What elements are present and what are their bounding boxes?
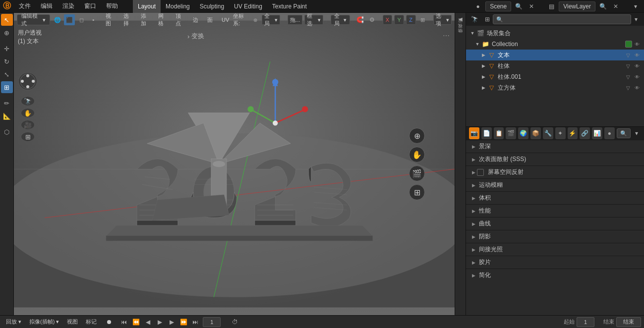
- workspace-sculpting[interactable]: Sculpting: [195, 0, 229, 13]
- object-cube-row[interactable]: ▶ ▽ 立方体 ▽ 👁: [466, 82, 644, 93]
- side-render-label[interactable]: 渲: [456, 25, 465, 29]
- constraint-props-icon[interactable]: 🔗: [580, 127, 590, 139]
- global-dropdown[interactable]: 全局 ▾: [331, 15, 350, 25]
- cube-visibility-icon[interactable]: 👁: [633, 84, 641, 92]
- object-pillar001-row[interactable]: ▶ ▽ 柱体.001 ▽ 👁: [466, 71, 644, 82]
- scene-settings-icon[interactable]: ✕: [526, 1, 537, 12]
- jump-to-end-btn[interactable]: ⏭: [190, 317, 201, 328]
- start-frame-display[interactable]: 1: [577, 317, 594, 327]
- workspace-uv-editing[interactable]: UV Editing: [229, 0, 267, 13]
- snap-settings-icon[interactable]: ⚙: [367, 14, 377, 25]
- section-ssr[interactable]: ▶ 屏幕空间反射: [466, 165, 644, 178]
- bottom-menu-mark[interactable]: 标记: [83, 317, 100, 327]
- menu-file[interactable]: 文件: [14, 0, 36, 13]
- outliner-mode-icon[interactable]: ⊞: [482, 14, 493, 25]
- bottom-menu-view[interactable]: 视图: [64, 317, 81, 327]
- menu-render[interactable]: 渲染: [58, 0, 79, 13]
- side-icon-1[interactable]: ◀: [456, 14, 466, 24]
- properties-filter-icon[interactable]: ▾: [633, 128, 641, 138]
- menu-uv[interactable]: UV: [218, 14, 233, 25]
- tool-scale[interactable]: ⤡: [1, 68, 13, 80]
- output-props-icon[interactable]: 📄: [481, 127, 492, 139]
- orbit-btn[interactable]: [18, 72, 37, 90]
- section-sss[interactable]: ▶ 次表面散射 (SSS): [466, 153, 644, 165]
- menu-help[interactable]: 帮助: [101, 0, 123, 13]
- vp-face-select-icon[interactable]: ▪: [88, 14, 99, 25]
- outliner-filter-icon[interactable]: ▾: [631, 14, 641, 24]
- topbar-filter-icon[interactable]: ▾: [630, 1, 641, 12]
- grid-btn[interactable]: ⊞: [21, 132, 35, 142]
- collection-checkbox[interactable]: [625, 41, 632, 48]
- section-indirect-light[interactable]: ▶ 间接光照: [466, 243, 644, 256]
- section-depth-of-field[interactable]: ▶ 景深: [466, 140, 644, 153]
- section-film[interactable]: ▶ 胶片: [466, 256, 644, 269]
- camera-btn[interactable]: 🎥: [21, 120, 35, 130]
- modifier-props-icon[interactable]: 🔧: [543, 127, 553, 139]
- collection-visibility[interactable]: 👁: [633, 40, 641, 48]
- menu-view[interactable]: 视图: [102, 14, 118, 25]
- ssr-checkbox[interactable]: [477, 169, 484, 176]
- world-props-icon[interactable]: 🌍: [518, 127, 528, 139]
- vp-vertex-select-icon[interactable]: ⬛: [64, 14, 75, 25]
- x-axis-btn[interactable]: X: [383, 15, 393, 25]
- vp-edge-select-icon[interactable]: ◻: [76, 14, 87, 25]
- render-props-icon[interactable]: 📷: [469, 127, 479, 139]
- menu-edit[interactable]: 编辑: [36, 0, 58, 13]
- view-layer-search-icon[interactable]: 🔍: [597, 1, 608, 12]
- tool-select[interactable]: ↖: [1, 14, 13, 26]
- y-axis-btn[interactable]: Y: [394, 15, 404, 25]
- outliner-view-icon[interactable]: 🔭: [469, 14, 480, 25]
- z-axis-btn[interactable]: Z: [406, 15, 416, 25]
- bottom-menu-keying[interactable]: 拟像(插帧) ▾: [26, 317, 62, 327]
- section-volume[interactable]: ▶ 体积: [466, 191, 644, 204]
- collection-row[interactable]: ▼ 📁 Collection 👁: [466, 39, 644, 50]
- section-simplify[interactable]: ▶ 简化: [466, 269, 644, 281]
- section-performance[interactable]: ▶ 性能: [466, 204, 644, 217]
- tool-add-cube[interactable]: ⬡: [1, 126, 13, 138]
- end-frame-display[interactable]: 结束: [616, 317, 641, 327]
- view-layer-close-icon[interactable]: ✕: [610, 1, 621, 12]
- camera-float-btn[interactable]: 🎬: [409, 165, 425, 181]
- pillar001-visibility-icon[interactable]: 👁: [633, 73, 641, 81]
- view-layer-icon[interactable]: ▤: [546, 1, 557, 12]
- zoom-float-btn[interactable]: ⊕: [409, 128, 425, 144]
- pan-float-btn[interactable]: ✋: [409, 147, 425, 163]
- scene-collection-row[interactable]: ▼ 🎬 场景集合: [466, 28, 644, 39]
- workspace-layout[interactable]: Layout: [133, 0, 161, 13]
- side-view-label[interactable]: 视: [456, 30, 465, 34]
- next-keyframe-btn[interactable]: ▶: [166, 317, 177, 328]
- particle-props-icon[interactable]: ✦: [555, 127, 566, 139]
- pillar-visibility-icon[interactable]: 👁: [633, 62, 641, 70]
- menu-vertex[interactable]: 顶点: [172, 14, 188, 25]
- section-motion-blur[interactable]: ▶ 运动模糊: [466, 178, 644, 191]
- next-frame-btn[interactable]: ⏩: [178, 317, 189, 328]
- tool-cursor[interactable]: ⊕: [1, 27, 13, 39]
- vp-global-view-icon[interactable]: 🌐: [52, 14, 63, 25]
- tool-measure[interactable]: 📐: [1, 110, 13, 122]
- object-text-row[interactable]: ▶ ▽ 文本 ▽ 👁: [466, 50, 644, 60]
- render-icon[interactable]: ●: [472, 1, 483, 12]
- prev-keyframe-btn[interactable]: ◀: [142, 317, 153, 328]
- material-props-icon[interactable]: ●: [604, 127, 615, 139]
- menu-add[interactable]: 添加: [137, 14, 153, 25]
- pivot-dropdown[interactable]: 拖...: [288, 15, 302, 25]
- side-item-label[interactable]: 物: [456, 35, 465, 39]
- snap-dropdown[interactable]: 框选 ▾: [304, 15, 323, 25]
- scene-search-icon[interactable]: 🔍: [513, 1, 524, 12]
- data-props-icon[interactable]: 📊: [592, 127, 602, 139]
- outliner-search[interactable]: 🔍: [493, 14, 631, 24]
- physics-props-icon[interactable]: ⚡: [568, 127, 578, 139]
- 3d-viewport-scene[interactable]: 用户透视 (1) 文本 🔭 ✋ 🎥 ⊞: [14, 13, 455, 315]
- zoom-btn[interactable]: 🔭: [21, 96, 35, 106]
- options-dropdown[interactable]: 选项 ▾: [433, 15, 452, 25]
- jump-to-start-btn[interactable]: ⏮: [118, 317, 129, 328]
- menu-edge[interactable]: 边: [189, 14, 202, 25]
- section-shadows[interactable]: ▶ 阴影: [466, 230, 644, 243]
- properties-search[interactable]: 🔍: [617, 128, 631, 138]
- prev-frame-btn[interactable]: ⏪: [130, 317, 141, 328]
- viewport-dots-menu[interactable]: ⋯: [443, 32, 450, 40]
- tool-annotate[interactable]: ✏: [1, 97, 13, 109]
- play-btn[interactable]: ▶: [154, 317, 165, 328]
- magnet-icon[interactable]: 🧲: [355, 14, 365, 25]
- menu-face[interactable]: 面: [203, 14, 217, 25]
